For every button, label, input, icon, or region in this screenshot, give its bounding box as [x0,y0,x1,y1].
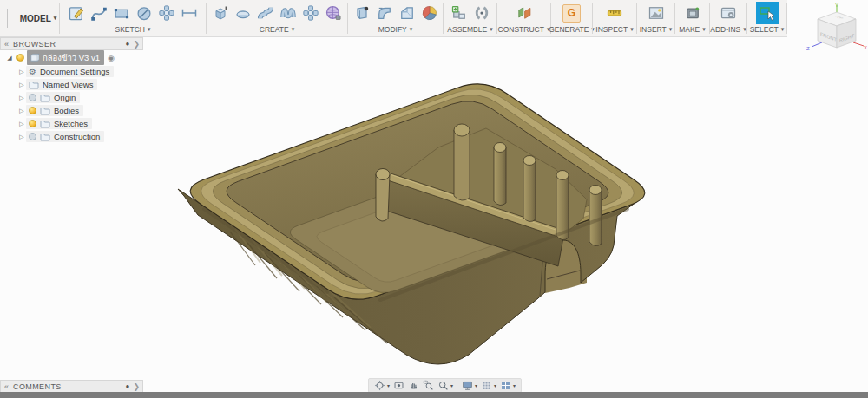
measure-icon[interactable] [603,2,626,24]
comments-title: COMMENTS [13,382,126,391]
insert-menu[interactable]: INSERT▾ [640,25,673,34]
component-icon [30,53,39,62]
expander-icon[interactable]: ▷ [17,82,26,88]
root-component-chip[interactable]: กล่องข้าว V3 v1 [27,50,104,65]
insert-image-icon[interactable] [645,2,667,24]
chevron-down-icon[interactable]: ▾ [494,382,496,388]
expander-icon[interactable]: ▷ [17,69,26,75]
create-form-icon[interactable] [322,2,345,24]
make-menu[interactable]: MAKE▾ [679,25,706,34]
orbit-icon[interactable] [374,380,385,391]
grid-settings-icon[interactable] [481,380,492,391]
addins-menu[interactable]: ADD-INS▾ [710,25,746,34]
collapse-panel-icon[interactable]: « [4,40,9,49]
generate-menu[interactable]: GENERATE▾ [549,25,595,34]
expander-icon[interactable]: ▷ [17,108,26,114]
display-settings-icon[interactable] [462,380,473,391]
tray-model[interactable] [178,84,645,364]
expander-icon[interactable]: ▷ [17,95,26,101]
browser-row[interactable]: ▷ Origin [17,91,80,104]
chevron-down-icon[interactable]: ▾ [513,382,516,388]
construction-plane-icon[interactable] [513,2,536,24]
navigation-bar: ▾ ▾ ▾ ▾ ▾ [368,378,522,393]
chevron-down-icon[interactable]: ▾ [387,382,390,388]
select-menu[interactable]: SELECT▾ [750,25,785,34]
new-component-icon[interactable] [448,2,470,24]
bottom-status-strip [0,392,868,398]
sketch-spline-icon[interactable] [88,2,110,24]
pattern-icon[interactable] [299,2,322,24]
viewcube-cube[interactable]: FRONT RIGHT TOP [818,12,856,48]
expander-icon[interactable]: ▷ [17,121,26,127]
panel-expand-icon[interactable]: ❯ [133,382,140,391]
sketch-rectangle-icon[interactable] [110,2,133,24]
workspace-switcher[interactable]: MODEL▾ [17,0,59,36]
browser-row-root[interactable]: ◢ กล่องข้าว V3 v1 ◉ [5,51,115,64]
svg-text:Y: Y [835,3,838,8]
generate-icon[interactable]: G [561,2,583,24]
joint-icon[interactable] [470,2,493,24]
fusion360-window: MODEL▾ SKETCH▾ [0,0,868,398]
activate-component-icon[interactable]: ◉ [108,54,115,62]
folder-icon [29,81,39,89]
collapse-panel-icon[interactable]: « [4,382,9,391]
revolve-icon[interactable] [232,2,254,24]
assemble-menu[interactable]: ASSEMBLE▾ [447,25,492,34]
folder-icon [40,94,50,102]
sweep-icon[interactable] [254,2,277,24]
expander-expanded-icon[interactable]: ◢ [5,55,14,62]
toolbar-group-assemble: ASSEMBLE▾ [444,0,496,36]
svg-text:X: X [864,45,867,50]
appearance-icon[interactable] [418,2,441,24]
panel-options-icon[interactable]: ● [126,382,130,390]
make-3d-print-icon[interactable] [681,2,704,24]
create-sketch-icon[interactable] [65,2,88,24]
zoom-icon[interactable] [437,380,449,391]
comments-panel-header: « COMMENTS ● ❯ [0,380,143,393]
modify-menu[interactable]: MODIFY▾ [378,25,413,34]
toolbar-grip[interactable] [0,0,17,36]
chevron-down-icon[interactable]: ▾ [450,382,453,388]
model-viewport[interactable] [0,0,868,398]
look-at-icon[interactable] [393,380,404,391]
visibility-bulb-icon[interactable] [29,94,36,101]
construct-menu[interactable]: CONSTRUCT▾ [498,25,550,34]
create-menu[interactable]: CREATE▾ [260,25,294,34]
browser-row[interactable]: ▷ Construction [17,130,104,143]
sketch-circle-icon[interactable] [133,2,155,24]
toolbar-group-addins: ADD-INS▾ [710,0,746,36]
chevron-down-icon[interactable]: ▾ [475,382,477,388]
browser-row[interactable]: ▷ Bodies [17,104,83,117]
browser-panel-header: « BROWSER ● ❯ [0,37,143,50]
zoom-window-icon[interactable] [423,380,434,391]
panel-options-icon[interactable]: ● [126,40,130,48]
loft-icon[interactable] [277,2,299,24]
press-pull-icon[interactable] [351,2,373,24]
scripts-addins-icon[interactable] [717,2,740,24]
sketch-pattern-icon[interactable] [155,2,178,24]
sketch-menu[interactable]: SKETCH▾ [115,25,151,34]
browser-row[interactable]: ▷ ⚙ Document Settings [17,65,114,78]
browser-row[interactable]: ▷ Named Views [17,78,97,91]
fillet-icon[interactable] [373,2,396,24]
select-tool-icon[interactable] [756,2,779,24]
extrude-icon[interactable] [209,2,232,24]
visibility-bulb-icon[interactable] [29,120,36,127]
visibility-bulb-icon[interactable] [29,133,36,140]
toolbar-group-generate: G GENERATE▾ [551,0,592,36]
visibility-bulb-icon[interactable] [29,107,36,114]
viewcube[interactable]: Y X Z FRONT RIGHT TOP [801,2,868,61]
folder-icon [40,107,50,115]
chamfer-icon[interactable] [396,2,418,24]
svg-text:Z: Z [806,46,810,51]
pan-icon[interactable] [408,380,419,391]
toolbar-group-inspect: INSPECT▾ [593,0,636,36]
sketch-dimension-icon[interactable] [178,2,201,24]
viewports-icon[interactable] [500,380,511,391]
panel-expand-icon[interactable]: ❯ [133,40,140,49]
inspect-menu[interactable]: INSPECT▾ [595,25,633,34]
browser-row[interactable]: ▷ Sketches [17,117,92,130]
visibility-bulb-icon[interactable] [16,54,24,62]
folder-icon [40,133,50,141]
expander-icon[interactable]: ▷ [17,134,26,140]
